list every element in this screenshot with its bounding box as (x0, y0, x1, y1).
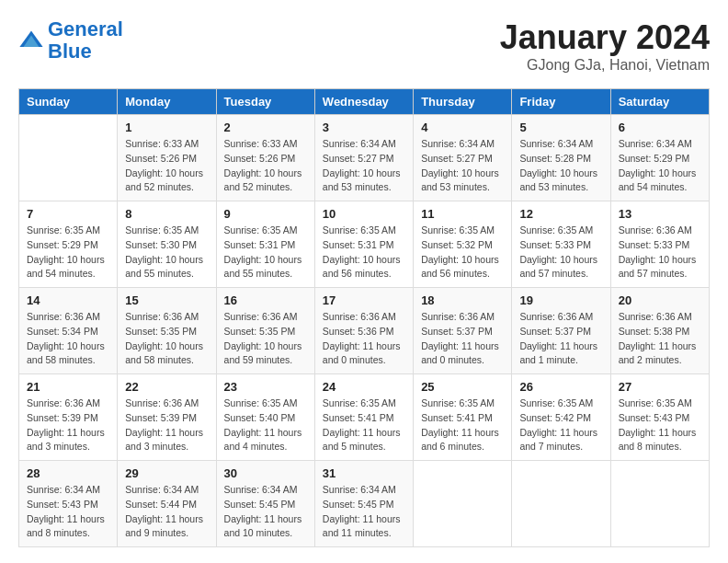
day-info: Sunrise: 6:35 AMSunset: 5:31 PMDaylight:… (224, 224, 307, 282)
day-number: 4 (421, 121, 504, 134)
calendar-cell: 14 Sunrise: 6:36 AMSunset: 5:34 PMDaylig… (19, 288, 118, 374)
day-number: 24 (323, 380, 405, 394)
day-info: Sunrise: 6:34 AMSunset: 5:29 PMDaylight:… (619, 137, 701, 195)
day-number: 25 (421, 380, 504, 394)
day-info: Sunrise: 6:33 AMSunset: 5:26 PMDaylight:… (224, 137, 307, 195)
day-number: 5 (519, 121, 602, 134)
calendar-cell: 20 Sunrise: 6:36 AMSunset: 5:38 PMDaylig… (610, 288, 709, 374)
calendar-cell (414, 461, 512, 547)
title-block: January 2024 GJong GJa, Hanoi, Vietnam (500, 18, 710, 74)
calendar-cell: 30 Sunrise: 6:34 AMSunset: 5:45 PMDaylig… (216, 461, 314, 547)
day-number: 17 (323, 293, 405, 307)
calendar-cell (19, 115, 118, 201)
calendar-cell: 13 Sunrise: 6:36 AMSunset: 5:33 PMDaylig… (610, 201, 709, 288)
day-info: Sunrise: 6:35 AMSunset: 5:32 PMDaylight:… (421, 224, 504, 282)
day-info: Sunrise: 6:35 AMSunset: 5:41 PMDaylight:… (323, 396, 405, 454)
calendar-cell: 17 Sunrise: 6:36 AMSunset: 5:36 PMDaylig… (314, 288, 413, 374)
day-info: Sunrise: 6:35 AMSunset: 5:42 PMDaylight:… (519, 396, 602, 454)
calendar-week-row: 14 Sunrise: 6:36 AMSunset: 5:34 PMDaylig… (19, 288, 710, 374)
calendar-title: January 2024 (500, 18, 710, 57)
calendar-cell: 11 Sunrise: 6:35 AMSunset: 5:32 PMDaylig… (414, 201, 512, 288)
day-number: 2 (224, 121, 307, 134)
header-row: Sunday Monday Tuesday Wednesday Thursday… (19, 89, 710, 115)
day-info: Sunrise: 6:36 AMSunset: 5:35 PMDaylight:… (224, 310, 307, 368)
day-number: 14 (27, 293, 109, 307)
calendar-cell: 31 Sunrise: 6:34 AMSunset: 5:45 PMDaylig… (314, 461, 413, 547)
calendar-week-row: 7 Sunrise: 6:35 AMSunset: 5:29 PMDayligh… (19, 201, 710, 288)
day-number: 3 (323, 121, 405, 134)
day-info: Sunrise: 6:36 AMSunset: 5:34 PMDaylight:… (27, 310, 109, 368)
day-info: Sunrise: 6:34 AMSunset: 5:45 PMDaylight:… (323, 483, 405, 541)
day-number: 22 (125, 380, 208, 394)
day-number: 20 (619, 293, 701, 307)
day-number: 30 (224, 466, 307, 480)
header-monday: Monday (118, 89, 216, 115)
calendar-cell: 12 Sunrise: 6:35 AMSunset: 5:33 PMDaylig… (512, 201, 610, 288)
calendar-cell: 25 Sunrise: 6:35 AMSunset: 5:41 PMDaylig… (414, 374, 512, 461)
calendar-cell: 10 Sunrise: 6:35 AMSunset: 5:31 PMDaylig… (314, 201, 413, 288)
day-number: 16 (224, 293, 307, 307)
calendar-cell: 27 Sunrise: 6:35 AMSunset: 5:43 PMDaylig… (610, 374, 709, 461)
header-thursday: Thursday (414, 89, 512, 115)
day-number: 13 (619, 207, 701, 221)
calendar-cell: 21 Sunrise: 6:36 AMSunset: 5:39 PMDaylig… (19, 374, 118, 461)
calendar-cell: 15 Sunrise: 6:36 AMSunset: 5:35 PMDaylig… (118, 288, 216, 374)
calendar-cell: 3 Sunrise: 6:34 AMSunset: 5:27 PMDayligh… (314, 115, 413, 201)
calendar-cell: 22 Sunrise: 6:36 AMSunset: 5:39 PMDaylig… (118, 374, 216, 461)
day-info: Sunrise: 6:35 AMSunset: 5:31 PMDaylight:… (323, 224, 405, 282)
day-info: Sunrise: 6:35 AMSunset: 5:30 PMDaylight:… (125, 224, 208, 282)
logo-text: General Blue (48, 18, 123, 63)
day-number: 23 (224, 380, 307, 394)
calendar-subtitle: GJong GJa, Hanoi, Vietnam (500, 57, 710, 74)
calendar-cell: 6 Sunrise: 6:34 AMSunset: 5:29 PMDayligh… (610, 115, 709, 201)
day-info: Sunrise: 6:35 AMSunset: 5:33 PMDaylight:… (519, 224, 602, 282)
day-info: Sunrise: 6:36 AMSunset: 5:37 PMDaylight:… (421, 310, 504, 368)
calendar-cell: 29 Sunrise: 6:34 AMSunset: 5:44 PMDaylig… (118, 461, 216, 547)
day-info: Sunrise: 6:34 AMSunset: 5:28 PMDaylight:… (519, 137, 602, 195)
calendar-cell (512, 461, 610, 547)
day-number: 21 (27, 380, 109, 394)
day-info: Sunrise: 6:36 AMSunset: 5:37 PMDaylight:… (519, 310, 602, 368)
logo-icon (18, 28, 44, 53)
day-number: 31 (323, 466, 405, 480)
day-info: Sunrise: 6:35 AMSunset: 5:43 PMDaylight:… (619, 396, 701, 454)
day-info: Sunrise: 6:35 AMSunset: 5:40 PMDaylight:… (224, 396, 307, 454)
day-number: 11 (421, 207, 504, 221)
day-info: Sunrise: 6:36 AMSunset: 5:39 PMDaylight:… (125, 396, 208, 454)
day-number: 6 (619, 121, 701, 134)
calendar-week-row: 28 Sunrise: 6:34 AMSunset: 5:43 PMDaylig… (19, 461, 710, 547)
day-number: 10 (323, 207, 405, 221)
day-info: Sunrise: 6:35 AMSunset: 5:41 PMDaylight:… (421, 396, 504, 454)
day-number: 12 (519, 207, 602, 221)
day-number: 15 (125, 293, 208, 307)
day-number: 19 (519, 293, 602, 307)
day-info: Sunrise: 6:36 AMSunset: 5:36 PMDaylight:… (323, 310, 405, 368)
day-number: 8 (125, 207, 208, 221)
calendar-cell: 18 Sunrise: 6:36 AMSunset: 5:37 PMDaylig… (414, 288, 512, 374)
day-number: 29 (125, 466, 208, 480)
day-number: 28 (27, 466, 109, 480)
calendar-cell: 7 Sunrise: 6:35 AMSunset: 5:29 PMDayligh… (19, 201, 118, 288)
day-info: Sunrise: 6:33 AMSunset: 5:26 PMDaylight:… (125, 137, 208, 195)
day-number: 9 (224, 207, 307, 221)
header-wednesday: Wednesday (314, 89, 413, 115)
calendar-week-row: 21 Sunrise: 6:36 AMSunset: 5:39 PMDaylig… (19, 374, 710, 461)
day-info: Sunrise: 6:36 AMSunset: 5:35 PMDaylight:… (125, 310, 208, 368)
day-info: Sunrise: 6:34 AMSunset: 5:27 PMDaylight:… (421, 137, 504, 195)
header-friday: Friday (512, 89, 610, 115)
header-tuesday: Tuesday (216, 89, 314, 115)
calendar-cell: 4 Sunrise: 6:34 AMSunset: 5:27 PMDayligh… (414, 115, 512, 201)
day-info: Sunrise: 6:36 AMSunset: 5:39 PMDaylight:… (27, 396, 109, 454)
day-info: Sunrise: 6:36 AMSunset: 5:33 PMDaylight:… (619, 224, 701, 282)
day-number: 26 (519, 380, 602, 394)
day-number: 7 (27, 207, 109, 221)
calendar-week-row: 1 Sunrise: 6:33 AMSunset: 5:26 PMDayligh… (19, 115, 710, 201)
calendar-cell (610, 461, 709, 547)
calendar-cell: 24 Sunrise: 6:35 AMSunset: 5:41 PMDaylig… (314, 374, 413, 461)
calendar-cell: 9 Sunrise: 6:35 AMSunset: 5:31 PMDayligh… (216, 201, 314, 288)
day-info: Sunrise: 6:34 AMSunset: 5:43 PMDaylight:… (27, 483, 109, 541)
day-info: Sunrise: 6:36 AMSunset: 5:38 PMDaylight:… (619, 310, 701, 368)
header-sunday: Sunday (19, 89, 118, 115)
logo: General Blue (18, 18, 123, 63)
calendar-cell: 28 Sunrise: 6:34 AMSunset: 5:43 PMDaylig… (19, 461, 118, 547)
